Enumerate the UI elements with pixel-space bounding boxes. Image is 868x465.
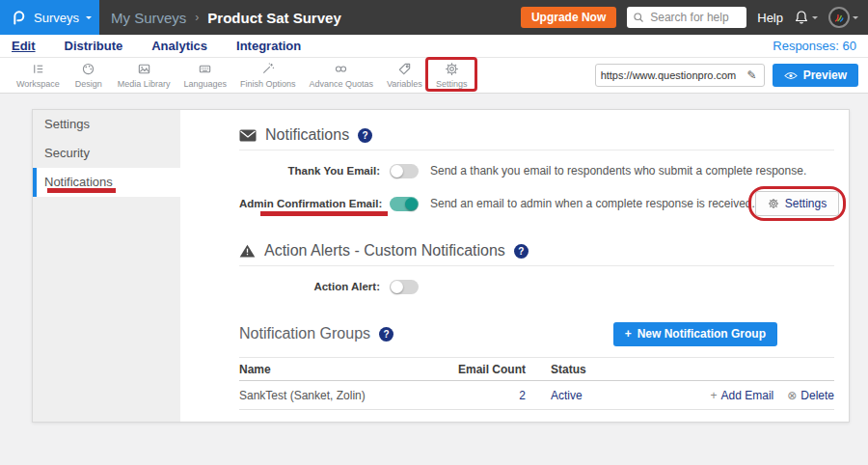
sidebar-item-notifications[interactable]: Notifications [33, 168, 180, 197]
search-icon [633, 12, 644, 23]
notifications-bell-menu[interactable] [794, 10, 818, 25]
notification-groups-table: Name Email Count Status SankTest (Sanket… [239, 357, 834, 410]
plus-icon: + [711, 389, 718, 402]
help-search[interactable] [627, 7, 746, 28]
group-name: SankTest (Sanket, Zolin) [239, 389, 448, 402]
help-icon[interactable]: ? [379, 327, 393, 342]
chevron-down-icon [812, 16, 818, 22]
divider [239, 150, 834, 150]
responses-count[interactable]: Responses: 60 [773, 39, 856, 53]
top-bar: Surveys My Surveys › Product Sat Survey … [0, 0, 868, 35]
breadcrumb: My Surveys › Product Sat Survey [111, 10, 341, 26]
survey-url-input[interactable] [596, 69, 741, 81]
gear-icon [768, 198, 779, 209]
breadcrumb-separator: › [195, 11, 199, 24]
toolbar-item-settings[interactable]: Settings [429, 58, 475, 93]
gear-icon [445, 62, 459, 76]
section-title: Action Alerts - Custom Notifications [264, 242, 505, 260]
workspace-list-icon [31, 62, 45, 76]
chevron-down-icon [86, 16, 92, 22]
account-menu[interactable] [828, 7, 858, 28]
group-actions: + Add Email ⊗ Delete [632, 389, 834, 402]
toolbar-item-media-library[interactable]: Media Library [111, 58, 177, 93]
settings-panel: Settings Security Notifications Notifica… [32, 109, 850, 423]
topbar-actions: Upgrade Now Help [521, 7, 868, 28]
table-row: SankTest (Sanket, Zolin) 2 Active + Add … [239, 381, 834, 410]
column-header-name: Name [239, 363, 448, 376]
plus-icon: + [625, 327, 632, 341]
table-header-row: Name Email Count Status [239, 358, 834, 381]
action-alert-label: Action Alert: [239, 281, 380, 292]
notifications-content: Notifications ? Thank You Email: Send a … [180, 110, 849, 422]
tab-edit[interactable]: Edit [12, 39, 36, 53]
admin-email-settings-button[interactable]: Settings [755, 191, 839, 216]
thank-you-email-toggle[interactable] [390, 164, 419, 178]
bell-icon [794, 10, 809, 25]
search-input[interactable] [648, 10, 741, 25]
toolbar-right: ✎ Preview [595, 58, 858, 93]
eye-icon [784, 71, 798, 80]
tag-icon [397, 62, 412, 76]
breadcrumb-survey-name: Product Sat Survey [207, 10, 340, 26]
help-icon[interactable]: ? [358, 128, 372, 143]
tab-integration[interactable]: Integration [236, 39, 301, 53]
palette-icon [81, 62, 95, 76]
breadcrumb-my-surveys[interactable]: My Surveys [111, 10, 186, 26]
action-alert-row: Action Alert: [239, 274, 834, 299]
edit-toolbar: Workspace Design Media Library Languages… [0, 58, 868, 94]
settings-sidebar: Settings Security Notifications [33, 110, 180, 422]
sidebar-item-settings[interactable]: Settings [33, 110, 180, 139]
edit-url-pencil-icon[interactable]: ✎ [741, 65, 764, 86]
tab-analytics[interactable]: Analytics [151, 39, 207, 53]
avatar [828, 7, 850, 28]
survey-nav: Edit Distribute Analytics Integration Re… [0, 35, 868, 58]
admin-confirmation-email-label: Admin Confirmation Email: [239, 198, 380, 209]
column-header-email-count: Email Count [448, 363, 526, 376]
survey-url-field[interactable]: ✎ [595, 64, 765, 87]
questionpro-logo-icon [10, 9, 27, 26]
notifications-section-header: Notifications ? [239, 123, 834, 147]
new-notification-group-button[interactable]: + New Notification Group [613, 322, 777, 346]
product-switcher[interactable]: Surveys [0, 0, 99, 35]
keyboard-icon [198, 62, 212, 76]
thank-you-email-label: Thank You Email: [239, 165, 380, 177]
nav-tabs: Edit Distribute Analytics Integration [12, 39, 301, 53]
admin-confirmation-email-description: Send an email to admin when a complete r… [430, 197, 755, 210]
admin-confirmation-email-toggle[interactable] [390, 197, 419, 211]
chain-links-icon [334, 62, 348, 76]
group-email-count-link[interactable]: 2 [448, 389, 526, 402]
image-icon [137, 62, 151, 76]
group-status-link[interactable]: Active [526, 389, 632, 402]
help-link[interactable]: Help [757, 11, 783, 25]
groups-title: Notification Groups [239, 325, 370, 342]
chevron-down-icon [853, 16, 858, 22]
toolbar-item-advance-quotas[interactable]: Advance Quotas [302, 58, 380, 93]
toolbar-item-variables[interactable]: Variables [380, 58, 429, 93]
circled-x-icon: ⊗ [787, 389, 797, 402]
toolbar-item-workspace[interactable]: Workspace [10, 58, 67, 93]
action-alert-toggle[interactable] [390, 280, 419, 294]
toolbar-item-languages[interactable]: Languages [176, 58, 233, 93]
wand-icon [260, 62, 275, 76]
toolbar-item-design[interactable]: Design [67, 58, 111, 93]
section-title: Notifications [265, 126, 349, 144]
preview-button[interactable]: Preview [773, 64, 858, 87]
sidebar-item-security[interactable]: Security [33, 139, 180, 168]
product-menu-label: Surveys [34, 11, 79, 25]
thank-you-email-description: Send a thank you email to respondents wh… [430, 164, 806, 178]
divider [239, 265, 834, 266]
toolbar-item-finish-options[interactable]: Finish Options [233, 58, 303, 93]
annotation-admin-email-underline [260, 211, 388, 216]
column-header-status: Status [526, 363, 632, 376]
upgrade-now-button[interactable]: Upgrade Now [521, 7, 616, 28]
delete-button[interactable]: ⊗ Delete [787, 389, 834, 402]
envelope-icon [239, 129, 257, 142]
action-alerts-section-header: Action Alerts - Custom Notifications ? [239, 239, 834, 262]
thank-you-email-row: Thank You Email: Send a thank you email … [239, 156, 834, 185]
add-email-button[interactable]: + Add Email [711, 389, 774, 402]
help-icon[interactable]: ? [514, 244, 529, 259]
tab-distribute[interactable]: Distribute [65, 39, 123, 53]
notification-groups-header: Notification Groups ? + New Notification… [239, 320, 834, 347]
questionpro-settings-page: Surveys My Surveys › Product Sat Survey … [0, 0, 868, 465]
admin-confirmation-email-row: Admin Confirmation Email: Send an email … [239, 185, 834, 222]
